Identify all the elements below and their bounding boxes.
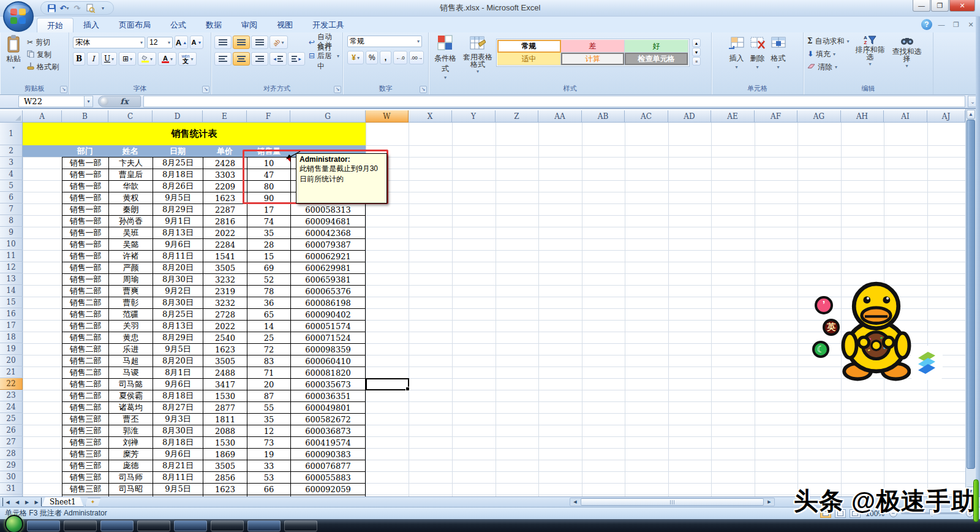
cell-B14[interactable]: 销售二部 (62, 286, 109, 297)
cell-D21[interactable]: 8月1日 (153, 367, 203, 379)
taskbar-item[interactable] (284, 520, 317, 531)
close-button[interactable]: ✕ (949, 0, 975, 12)
doc-minimize-icon[interactable]: — (936, 21, 947, 28)
select-all-corner[interactable] (0, 110, 23, 123)
row-header-1[interactable]: 1 (0, 123, 23, 145)
column-header-D[interactable]: D (153, 110, 203, 123)
number-format-combo[interactable]: 常规▾ (347, 36, 422, 47)
cell-F10[interactable]: 28 (247, 239, 291, 251)
cell-G20[interactable]: 600060410 (291, 355, 366, 367)
cell-F32[interactable]: 43 (247, 495, 291, 496)
row-header-19[interactable]: 19 (0, 343, 23, 355)
save-icon[interactable] (46, 2, 57, 13)
insert-cells-button[interactable]: 插入▾ (729, 36, 745, 85)
cell-C16[interactable]: 范疆 (109, 309, 153, 321)
next-sheet-icon[interactable]: ▶ (22, 498, 32, 506)
column-header-E[interactable]: E (203, 110, 247, 123)
office-button[interactable] (2, 1, 34, 32)
cell-F27[interactable]: 73 (247, 437, 291, 449)
cell-D32[interactable]: 8月29日 (153, 495, 203, 496)
cell-G12[interactable]: 600629981 (291, 262, 366, 274)
column-header-AF[interactable]: AF (755, 110, 797, 123)
cell-B32[interactable]: 销售三部 (62, 495, 109, 496)
row-header-16[interactable]: 16 (0, 308, 23, 320)
cell-F26[interactable]: 12 (247, 425, 291, 437)
italic-button[interactable]: I (87, 52, 99, 66)
row-header-2[interactable]: 2 (0, 145, 23, 157)
row-header-23[interactable]: 23 (0, 390, 23, 401)
taskbar-item[interactable] (174, 520, 207, 531)
scroll-up-icon[interactable]: ▲ (967, 110, 975, 119)
fill-button[interactable]: ⬇填充▾ (807, 48, 850, 59)
cell-F16[interactable]: 65 (247, 309, 291, 321)
column-header-AA[interactable]: AA (538, 110, 582, 123)
cell-F7[interactable]: 17 (247, 204, 291, 216)
cell-F15[interactable]: 36 (247, 297, 291, 309)
tab-页面布局[interactable]: 页面布局 (109, 18, 160, 32)
cell-D16[interactable]: 8月25日 (153, 309, 203, 321)
cell-F23[interactable]: 87 (247, 390, 291, 402)
cell-B8[interactable]: 销售一部 (62, 216, 109, 227)
tab-开始[interactable]: 开始 (37, 18, 74, 32)
cell-B22[interactable]: 销售二部 (62, 379, 109, 390)
row-header-24[interactable]: 24 (0, 401, 23, 413)
phonetic-button[interactable]: wén文 ▾ (178, 52, 197, 66)
cell-E12[interactable]: 3505 (203, 262, 247, 274)
name-box[interactable]: W22 (18, 96, 85, 107)
column-header-AD[interactable]: AD (668, 110, 711, 123)
cell-B6[interactable]: 销售一部 (62, 192, 109, 204)
tab-审阅[interactable]: 审阅 (232, 18, 267, 32)
taskbar-item[interactable] (211, 520, 244, 531)
cell-B5[interactable]: 销售一部 (62, 181, 109, 192)
column-header-AH[interactable]: AH (841, 110, 884, 123)
cell-E22[interactable]: 3417 (203, 379, 247, 390)
cell-F25[interactable]: 35 (247, 414, 291, 425)
tab-数据[interactable]: 数据 (196, 18, 232, 32)
cell-G26[interactable]: 600036873 (291, 425, 366, 437)
cell-C21[interactable]: 马谡 (109, 367, 153, 379)
cell-D20[interactable]: 8月20日 (153, 355, 203, 367)
cell-C7[interactable]: 秦朗 (109, 204, 153, 216)
cell-D22[interactable]: 9月6日 (153, 379, 203, 390)
column-header-AJ[interactable]: AJ (927, 110, 965, 123)
align-middle-button[interactable] (233, 36, 250, 49)
cell-E13[interactable]: 3232 (203, 274, 247, 286)
merge-center-button[interactable]: ⊟合并后居中▾ (309, 50, 339, 61)
cell-D25[interactable]: 9月3日 (153, 414, 203, 425)
cell-G9[interactable]: 600042368 (291, 227, 366, 239)
header-cell-姓名[interactable]: 姓名 (108, 145, 153, 157)
row-header-7[interactable]: 7 (0, 203, 23, 215)
font-name-combo[interactable]: 宋体▾ (73, 37, 145, 48)
cell-G22[interactable]: 600035673 (291, 379, 366, 390)
redo-icon[interactable]: ↷ (72, 2, 83, 13)
align-center-button[interactable] (233, 52, 250, 66)
cell-B19[interactable]: 销售二部 (62, 344, 109, 355)
cell-D13[interactable]: 8月30日 (153, 274, 203, 286)
horizontal-scrollbar[interactable]: ◀ ▶ (570, 498, 775, 506)
row-header-22[interactable]: 22 (0, 378, 23, 390)
row-header-9[interactable]: 9 (0, 227, 23, 238)
cell-E6[interactable]: 1623 (203, 192, 247, 204)
cell-E29[interactable]: 3505 (203, 460, 247, 472)
cell-E23[interactable]: 1530 (203, 390, 247, 402)
row-header-30[interactable]: 30 (0, 471, 23, 483)
cell-D26[interactable]: 8月30日 (153, 425, 203, 437)
cell-B23[interactable]: 销售二部 (62, 390, 109, 402)
sheet-tab-sheet1[interactable]: Sheet1 (42, 497, 84, 507)
row-header-5[interactable]: 5 (0, 180, 23, 192)
align-bottom-button[interactable] (251, 36, 268, 49)
cell-D7[interactable]: 8月29日 (153, 204, 203, 216)
cell-E24[interactable]: 2877 (203, 402, 247, 414)
cell-G7[interactable]: 600058313 (291, 204, 366, 216)
cell-C30[interactable]: 司马师 (109, 472, 153, 484)
cell-G10[interactable]: 600079387 (291, 239, 366, 251)
cell-B9[interactable]: 销售一部 (62, 227, 109, 239)
cell-D5[interactable]: 8月26日 (153, 181, 203, 192)
prev-sheet-icon[interactable]: ◀ (12, 498, 22, 506)
cell-D8[interactable]: 9月1日 (153, 216, 203, 227)
cell-G13[interactable]: 600659381 (291, 274, 366, 286)
cell-style-差[interactable]: 差 (561, 40, 625, 53)
cell-C18[interactable]: 黄忠 (109, 332, 153, 344)
doc-close-icon[interactable]: ✕ (965, 21, 976, 29)
cell-C31[interactable]: 司马昭 (109, 484, 153, 495)
